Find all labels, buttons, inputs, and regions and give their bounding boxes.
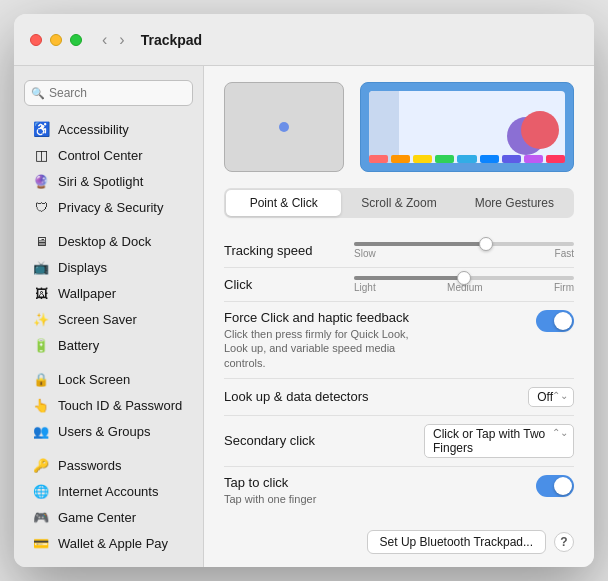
gesture-circle-red [521,111,559,149]
tab-point-click[interactable]: Point & Click [226,190,341,216]
tab-scroll-zoom[interactable]: Scroll & Zoom [341,190,456,216]
tabs-row: Point & Click Scroll & Zoom More Gesture… [224,188,574,218]
click-thumb[interactable] [457,271,471,285]
sidebar: 🔍 ♿ Accessibility ◫ Control Center 🔮 Sir… [14,66,204,567]
click-label: Click [224,277,354,292]
maximize-button[interactable] [70,34,82,46]
trackpad-preview [224,82,344,172]
tracking-speed-track[interactable] [354,242,574,246]
tap-to-click-row: Tap to click Tap with one finger [224,467,574,514]
sidebar-divider-3 [14,444,203,452]
sidebar-item-game-center[interactable]: 🎮 Game Center [20,504,197,530]
tab-more-gestures[interactable]: More Gestures [457,190,572,216]
click-light-label: Light [354,282,376,293]
sidebar-item-users-groups[interactable]: 👥 Users & Groups [20,418,197,444]
secondary-click-dropdown[interactable]: Click or Tap with Two Fingers ⌃⌄ [424,424,574,458]
force-click-control [424,310,574,332]
sidebar-label-displays: Displays [58,260,107,275]
force-click-toggle[interactable] [536,310,574,332]
sidebar-item-desktop-dock[interactable]: 🖥 Desktop & Dock [20,228,197,254]
sidebar-item-wallpaper[interactable]: 🖼 Wallpaper [20,280,197,306]
tap-to-click-sublabel: Tap with one finger [224,492,424,506]
minimize-button[interactable] [50,34,62,46]
sidebar-item-siri-spotlight[interactable]: 🔮 Siri & Spotlight [20,168,197,194]
click-firm-label: Firm [554,282,574,293]
game-center-icon: 🎮 [32,508,50,526]
tap-to-click-label-col: Tap to click Tap with one finger [224,475,424,506]
force-click-sublabel: Click then press firmly for Quick Look, … [224,327,424,370]
tap-to-click-label: Tap to click [224,475,424,490]
sidebar-item-screen-saver[interactable]: ✨ Screen Saver [20,306,197,332]
sidebar-label-accessibility: Accessibility [58,122,129,137]
tracking-speed-row: Tracking speed Slow Fast [224,234,574,268]
secondary-click-control: Click or Tap with Two Fingers ⌃⌄ [424,424,574,458]
preview-row [224,82,574,172]
lookup-control: Off ⌃⌄ [424,387,574,407]
privacy-icon: 🛡 [32,198,50,216]
content-area: 🔍 ♿ Accessibility ◫ Control Center 🔮 Sir… [14,66,594,567]
sidebar-label-lock-screen: Lock Screen [58,372,130,387]
secondary-click-label-col: Secondary click [224,433,424,448]
click-track[interactable] [354,276,574,280]
sidebar-label-wallet: Wallet & Apple Pay [58,536,168,551]
sidebar-label-game-center: Game Center [58,510,136,525]
tap-to-click-toggle[interactable] [536,475,574,497]
touch-id-icon: 👆 [32,396,50,414]
secondary-click-label: Secondary click [224,433,424,448]
control-center-icon: ◫ [32,146,50,164]
lookup-label-col: Look up & data detectors [224,389,424,404]
sidebar-divider-1 [14,220,203,228]
sidebar-divider-2 [14,358,203,366]
main-panel: Point & Click Scroll & Zoom More Gesture… [204,66,594,567]
sidebar-item-accessibility[interactable]: ♿ Accessibility [20,116,197,142]
displays-icon: 📺 [32,258,50,276]
lock-screen-icon: 🔒 [32,370,50,388]
tracking-speed-thumb[interactable] [479,237,493,251]
siri-icon: 🔮 [32,172,50,190]
swatch-lightblue [457,155,476,163]
color-bar [369,155,565,163]
back-button[interactable]: ‹ [98,29,111,51]
search-container: 🔍 [14,74,203,116]
sidebar-label-battery: Battery [58,338,99,353]
close-button[interactable] [30,34,42,46]
sidebar-item-touch-id[interactable]: 👆 Touch ID & Password [20,392,197,418]
tracking-speed-fill [354,242,486,246]
users-icon: 👥 [32,422,50,440]
gesture-sidebar [369,91,399,163]
force-click-label-col: Force Click and haptic feedback Click th… [224,310,424,370]
sidebar-label-internet: Internet Accounts [58,484,158,499]
secondary-click-chevron: ⌃⌄ [552,427,568,438]
sidebar-item-lock-screen[interactable]: 🔒 Lock Screen [20,366,197,392]
help-button[interactable]: ? [554,532,574,552]
sidebar-divider-4 [14,556,203,564]
sidebar-item-passwords[interactable]: 🔑 Passwords [20,452,197,478]
sidebar-item-privacy-security[interactable]: 🛡 Privacy & Security [20,194,197,220]
sidebar-item-wallet[interactable]: 💳 Wallet & Apple Pay [20,530,197,556]
sidebar-item-internet-accounts[interactable]: 🌐 Internet Accounts [20,478,197,504]
sidebar-item-control-center[interactable]: ◫ Control Center [20,142,197,168]
swatch-purple [524,155,543,163]
screen-saver-icon: ✨ [32,310,50,328]
passwords-icon: 🔑 [32,456,50,474]
sidebar-item-battery[interactable]: 🔋 Battery [20,332,197,358]
sidebar-label-screen-saver: Screen Saver [58,312,137,327]
swatch-orange [391,155,410,163]
forward-button[interactable]: › [115,29,128,51]
secondary-click-row: Secondary click Click or Tap with Two Fi… [224,416,574,467]
accessibility-icon: ♿ [32,120,50,138]
nav-arrows: ‹ › [98,29,129,51]
swatch-blue [480,155,499,163]
tracking-slow-label: Slow [354,248,376,259]
tracking-speed-label: Tracking speed [224,243,354,258]
sidebar-item-displays[interactable]: 📺 Displays [20,254,197,280]
lookup-dropdown[interactable]: Off ⌃⌄ [528,387,574,407]
sidebar-item-keyboard[interactable]: ⌨ Keyboard [20,564,197,567]
bluetooth-trackpad-button[interactable]: Set Up Bluetooth Trackpad... [367,530,546,554]
tracking-speed-control: Slow Fast [354,242,574,259]
sidebar-label-desktop: Desktop & Dock [58,234,151,249]
gesture-preview [360,82,574,172]
search-input[interactable] [24,80,193,106]
force-click-row: Force Click and haptic feedback Click th… [224,302,574,379]
sidebar-label-control-center: Control Center [58,148,143,163]
